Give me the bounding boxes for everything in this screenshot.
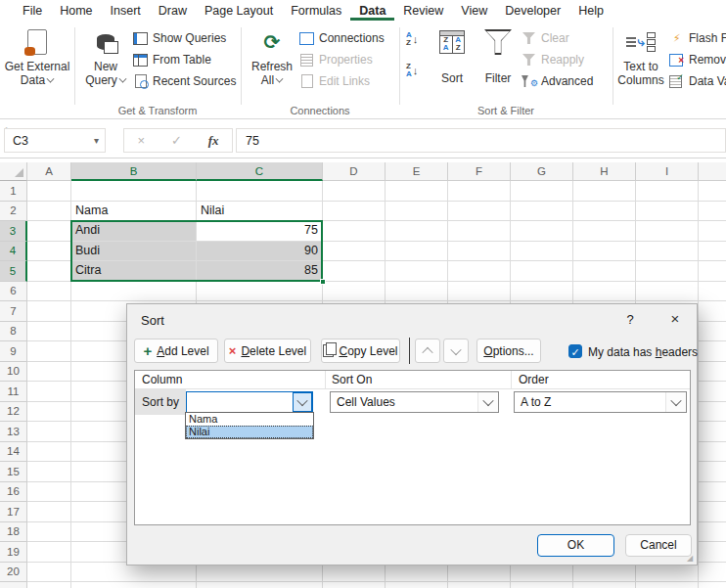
sort-descending-button[interactable]: ZA ↓ <box>406 63 418 78</box>
cell-partial-16[interactable] <box>699 482 726 503</box>
ribbon-tab-data[interactable]: Data <box>350 0 394 21</box>
delete-level-button[interactable]: × Delete Level <box>224 339 311 363</box>
cell-A7[interactable] <box>27 301 71 322</box>
col-header-A[interactable]: A <box>27 162 71 181</box>
cell-A20[interactable] <box>27 563 71 583</box>
cell-A18[interactable] <box>27 522 71 543</box>
cell-G4[interactable] <box>511 242 573 262</box>
ribbon-tab-file[interactable]: File <box>14 0 51 21</box>
cell-G5[interactable] <box>511 261 573 282</box>
cell-A17[interactable] <box>27 502 71 522</box>
ribbon-tab-review[interactable]: Review <box>394 0 452 21</box>
cell-B1[interactable] <box>71 181 197 202</box>
cell-A1[interactable] <box>27 181 71 202</box>
cell-partial-17[interactable] <box>699 502 726 522</box>
row-header-17[interactable]: 17 <box>0 502 27 522</box>
cell-partial-21[interactable] <box>699 582 726 588</box>
cell-partial-9[interactable] <box>699 341 726 362</box>
row-header-21[interactable]: 21 <box>0 582 27 588</box>
text-to-columns-button[interactable]: ⤷ Text to Columns <box>616 26 665 103</box>
cell-I2[interactable] <box>636 202 699 222</box>
cell-I1[interactable] <box>636 181 699 202</box>
cell-A2[interactable] <box>27 202 71 222</box>
cell-C2[interactable]: Nilai <box>197 202 323 222</box>
cell-A10[interactable] <box>27 362 71 383</box>
cell-A8[interactable] <box>27 322 71 342</box>
cell-E21[interactable] <box>386 582 448 588</box>
row-header-19[interactable]: 19 <box>0 542 27 563</box>
cell-D2[interactable] <box>323 202 386 222</box>
cell-I3[interactable] <box>636 221 699 242</box>
cell-C6[interactable] <box>197 282 323 302</box>
col-header-partial[interactable] <box>699 162 726 181</box>
col-header-C[interactable]: C <box>197 162 323 181</box>
cell-D6[interactable] <box>323 282 386 302</box>
cell-H1[interactable] <box>573 181 636 202</box>
sort-ascending-button[interactable]: AZ ↓ <box>406 31 418 47</box>
cell-partial-14[interactable] <box>699 442 726 463</box>
data-validation-button[interactable]: ✓ Data Va <box>669 70 726 92</box>
cell-G1[interactable] <box>511 181 573 202</box>
cell-C1[interactable] <box>197 181 323 202</box>
flash-fill-button[interactable]: ⚡ Flash Fi <box>669 27 726 49</box>
cancel-button[interactable]: Cancel <box>625 534 692 557</box>
cell-F6[interactable] <box>448 282 511 302</box>
select-all-corner[interactable] <box>0 162 27 181</box>
col-header-E[interactable]: E <box>386 162 448 181</box>
advanced-filter-button[interactable]: ⚙ Advanced <box>522 70 593 92</box>
cell-B4[interactable]: Budi <box>71 242 197 262</box>
cell-C4[interactable]: 90 <box>197 242 323 262</box>
cell-H3[interactable] <box>573 221 636 242</box>
cell-A4[interactable] <box>27 242 71 262</box>
cell-A9[interactable] <box>27 341 71 362</box>
ok-button[interactable]: OK <box>537 534 614 557</box>
cell-H5[interactable] <box>573 261 636 282</box>
cell-A16[interactable] <box>27 482 71 503</box>
name-box[interactable]: C3 ▾ <box>4 128 106 153</box>
ribbon-tab-insert[interactable]: Insert <box>102 0 150 21</box>
dropdown-option-nilai[interactable]: Nilai <box>186 426 313 438</box>
from-table-button[interactable]: From Table <box>133 49 236 70</box>
col-header-B[interactable]: B <box>71 162 197 181</box>
ribbon-tab-formulas[interactable]: Formulas <box>282 0 350 21</box>
cell-F3[interactable] <box>448 221 511 242</box>
ribbon-tab-help[interactable]: Help <box>569 0 613 21</box>
cell-D5[interactable] <box>323 261 386 282</box>
cell-B21[interactable] <box>71 582 197 588</box>
filter-button[interactable]: Filter <box>478 26 518 103</box>
sort-on-combo[interactable]: Cell Values <box>330 391 499 413</box>
ribbon-tab-page-layout[interactable]: Page Layout <box>196 0 282 21</box>
cell-H6[interactable] <box>573 282 636 302</box>
cell-E2[interactable] <box>386 202 448 222</box>
col-header-F[interactable]: F <box>448 162 511 181</box>
cell-partial-15[interactable] <box>699 462 726 482</box>
row-header-7[interactable]: 7 <box>0 301 27 322</box>
row-header-13[interactable]: 13 <box>0 422 27 442</box>
cell-I5[interactable] <box>636 261 699 282</box>
my-data-has-headers-label[interactable]: My data has headers <box>588 345 698 359</box>
cell-E4[interactable] <box>386 242 448 262</box>
cell-F21[interactable] <box>448 582 511 588</box>
add-level-button[interactable]: + Add Level <box>134 339 218 363</box>
cell-G6[interactable] <box>511 282 573 302</box>
cell-F4[interactable] <box>448 242 511 262</box>
cell-partial-10[interactable] <box>699 362 726 383</box>
cell-partial-8[interactable] <box>699 322 726 342</box>
row-header-18[interactable]: 18 <box>0 522 27 543</box>
dropdown-option-nama[interactable]: Nama <box>186 413 313 426</box>
row-header-16[interactable]: 16 <box>0 482 27 503</box>
recent-sources-button[interactable]: Recent Sources <box>133 70 236 92</box>
row-header-15[interactable]: 15 <box>0 462 27 482</box>
cell-A6[interactable] <box>27 282 71 302</box>
cell-partial-4[interactable] <box>699 242 726 262</box>
cell-F1[interactable] <box>448 181 511 202</box>
cell-E5[interactable] <box>386 261 448 282</box>
cell-C5[interactable]: 85 <box>197 261 323 282</box>
cell-partial-3[interactable] <box>699 221 726 242</box>
help-button[interactable]: ? <box>621 311 639 329</box>
connections-button[interactable]: Connections <box>299 27 385 49</box>
col-header-G[interactable]: G <box>511 162 573 181</box>
close-button[interactable]: × <box>663 309 687 329</box>
cell-B5[interactable]: Citra <box>71 261 197 282</box>
cell-E6[interactable] <box>386 282 448 302</box>
